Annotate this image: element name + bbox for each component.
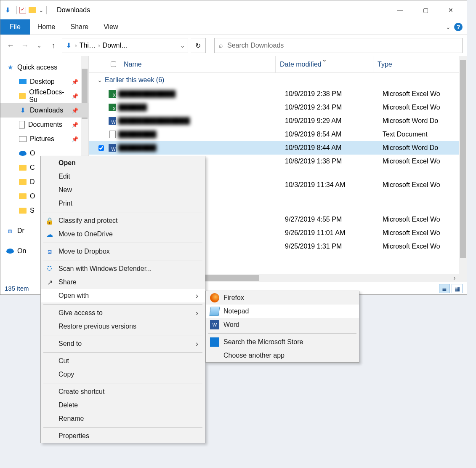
ctx-classify[interactable]: 🔒Classify and protect	[41, 214, 205, 227]
ctx-move-dropbox[interactable]: ⧈Move to Dropbox	[41, 245, 205, 258]
openwith-firefox[interactable]: Firefox	[206, 291, 359, 305]
sidebar-item-label: Documents	[28, 121, 62, 128]
refresh-button[interactable]: ↻	[191, 38, 206, 53]
file-name: ██████	[118, 104, 282, 111]
address-bar[interactable]: ⬇ › Thi… › Downl… ⌄	[62, 38, 188, 53]
help-button[interactable]: ?	[454, 23, 463, 31]
ctx-give-access[interactable]: Give access to›	[41, 306, 205, 320]
ctx-open[interactable]: Open	[41, 156, 205, 170]
minimize-button[interactable]: —	[388, 2, 413, 18]
file-row[interactable]: ████████████10/9/2019 2:38 PMMicrosoft E…	[89, 87, 467, 101]
sidebar-item-label: O	[30, 193, 35, 200]
ctx-separator	[208, 333, 356, 334]
breadcrumb-dropdown-icon[interactable]: ⌄	[180, 42, 185, 49]
openwith-notepad[interactable]: Notepad	[206, 305, 359, 318]
search-icon: ⌕	[219, 42, 223, 49]
column-label: Name	[124, 61, 142, 68]
tree-quick-access[interactable]: ★ Quick access	[0, 60, 88, 75]
breadcrumb-downloads[interactable]: Downl…	[103, 42, 128, 49]
forward-button[interactable]: →	[19, 40, 31, 51]
ribbon-tab-view[interactable]: View	[96, 19, 125, 35]
share-icon: ↗	[45, 278, 54, 287]
sidebar-item-label: O	[30, 150, 35, 157]
search-placeholder: Search Downloads	[227, 42, 284, 49]
file-date: 10/9/2019 9:29 AM	[282, 117, 379, 125]
file-type: Microsoft Word Do	[379, 144, 467, 152]
qat-properties-icon[interactable]: ✓	[19, 7, 26, 13]
qat-newfolder-icon[interactable]	[29, 7, 36, 13]
row-checkbox[interactable]	[98, 145, 104, 151]
file-row[interactable]: ██████10/9/2019 2:34 PMMicrosoft Excel W…	[89, 101, 467, 114]
column-name[interactable]: Name	[95, 56, 276, 72]
file-row[interactable]: ████████10/9/2019 8:54 AMText Document	[89, 128, 467, 141]
folder-icon	[19, 208, 27, 214]
sidebar-item[interactable]: Documents📌	[0, 118, 88, 132]
ctx-delete[interactable]: Delete	[41, 398, 205, 412]
word-icon: W	[210, 320, 219, 329]
ctx-separator	[43, 260, 202, 260]
ctx-edit[interactable]: Edit	[41, 170, 205, 183]
breadcrumb-thispc[interactable]: Thi…	[80, 42, 96, 49]
ribbon-tab-home[interactable]: Home	[30, 19, 63, 35]
openwith-store[interactable]: Search the Microsoft Store	[206, 335, 359, 349]
group-header[interactable]: ⌄ Earlier this week (6)	[89, 73, 467, 87]
close-button[interactable]: ✕	[438, 2, 463, 18]
ribbon-tab-file[interactable]: File	[0, 19, 30, 35]
ctx-separator	[43, 352, 202, 353]
ctx-move-onedrive[interactable]: ☁Move to OneDrive	[41, 227, 205, 241]
content-scrollbar[interactable]	[459, 56, 467, 282]
ctx-separator	[43, 212, 202, 212]
ctx-send-to[interactable]: Send to›	[41, 337, 205, 350]
ctx-create-shortcut[interactable]: Create shortcut	[41, 385, 205, 398]
file-row[interactable]: ████████10/9/2019 8:44 AMMicrosoft Word …	[89, 141, 467, 155]
breadcrumb-chevron-icon[interactable]: ›	[75, 42, 77, 49]
search-box[interactable]: ⌕ Search Downloads	[214, 38, 463, 53]
sidebar-item[interactable]: OfficeDocs-Su📌	[0, 89, 88, 103]
column-date[interactable]: Date modified	[276, 56, 373, 72]
ribbon-collapse-icon[interactable]: ⌄	[446, 24, 451, 30]
up-button[interactable]: ↑	[48, 40, 59, 51]
group-collapse-icon[interactable]: ⌄	[97, 77, 102, 83]
ctx-new[interactable]: New	[41, 183, 205, 197]
sidebar-item[interactable]: Desktop📌	[0, 75, 88, 89]
tree-label: Dr	[17, 227, 24, 235]
file-name: ████████	[118, 131, 282, 138]
file-row[interactable]: ███████████████10/9/2019 9:29 AMMicrosof…	[89, 114, 467, 128]
ctx-print[interactable]: Print	[41, 197, 205, 210]
ribbon-tab-share[interactable]: Share	[63, 19, 96, 35]
ctx-cut[interactable]: Cut	[41, 354, 205, 368]
ctx-copy[interactable]: Copy	[41, 368, 205, 381]
ctx-separator	[43, 243, 202, 243]
ctx-separator	[43, 304, 202, 305]
openwith-choose[interactable]: Choose another app	[206, 349, 359, 362]
down-icon: ⬇	[19, 107, 27, 114]
ctx-properties[interactable]: Properties	[41, 429, 205, 443]
ctx-scan-defender[interactable]: 🛡Scan with Windows Defender...	[41, 262, 205, 275]
maximize-button[interactable]: ▢	[413, 2, 438, 18]
shield-icon: 🛡	[45, 264, 54, 273]
view-details-button[interactable]: ≣	[439, 284, 450, 293]
recent-locations-button[interactable]: ⌄	[33, 40, 45, 51]
ctx-open-with[interactable]: Open with›	[41, 289, 205, 302]
select-all-checkbox[interactable]	[111, 62, 116, 67]
file-type-icon	[106, 104, 118, 111]
ctx-share[interactable]: ↗Share	[41, 275, 205, 289]
pic-icon	[19, 136, 27, 142]
column-type[interactable]: Type	[373, 56, 467, 72]
pin-icon: 📌	[72, 107, 78, 114]
file-date: 9/27/2019 4:55 PM	[282, 216, 379, 223]
breadcrumb-chevron-icon[interactable]: ›	[98, 42, 100, 49]
chevron-right-icon: ›	[196, 309, 198, 318]
address-row: ← → ⌄ ↑ ⬇ › Thi… › Downl… ⌄ ↻ ⌕ Search D…	[0, 35, 467, 56]
sidebar-item[interactable]: Pictures📌	[0, 132, 88, 146]
sidebar-item[interactable]: ⬇Downloads📌	[0, 103, 88, 118]
qat-customize-icon[interactable]: ⌄	[39, 7, 44, 13]
chevron-right-icon: ›	[196, 291, 198, 300]
ctx-restore-versions[interactable]: Restore previous versions	[41, 320, 205, 333]
openwith-word[interactable]: WWord	[206, 318, 359, 332]
view-thumbnails-button[interactable]: ▦	[452, 284, 463, 293]
ctx-rename[interactable]: Rename	[41, 412, 205, 425]
back-button[interactable]: ←	[5, 40, 16, 51]
sidebar-item-label: Pictures	[30, 135, 54, 143]
folder-icon	[19, 165, 27, 171]
